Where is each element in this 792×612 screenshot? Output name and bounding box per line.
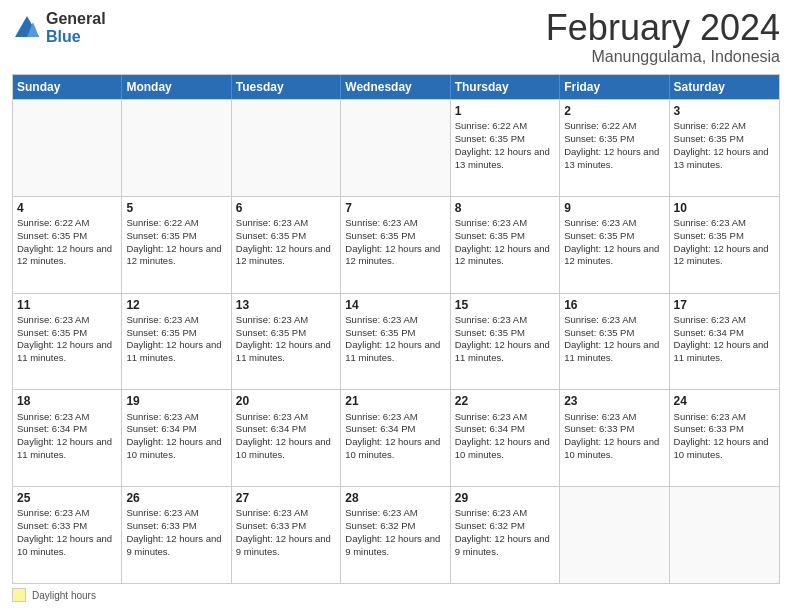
legend: Daylight hours [12,588,780,602]
sunset-time: Sunset: 6:35 PM [455,133,525,144]
title-block: February 2024 Manunggulama, Indonesia [546,10,780,66]
sunrise-time: Sunrise: 6:23 AM [236,507,308,518]
daylight-hours: Daylight: 12 hours and 9 minutes. [345,533,440,557]
calendar-cell-18: 18Sunrise: 6:23 AMSunset: 6:34 PMDayligh… [13,390,122,486]
logo-blue-label: Blue [46,28,106,46]
calendar-cell-8: 8Sunrise: 6:23 AMSunset: 6:35 PMDaylight… [451,197,560,293]
sunset-time: Sunset: 6:33 PM [564,423,634,434]
calendar-cell-25: 25Sunrise: 6:23 AMSunset: 6:33 PMDayligh… [13,487,122,583]
calendar-cell-24: 24Sunrise: 6:23 AMSunset: 6:33 PMDayligh… [670,390,779,486]
sunrise-time: Sunrise: 6:23 AM [674,217,746,228]
calendar-cell-7: 7Sunrise: 6:23 AMSunset: 6:35 PMDaylight… [341,197,450,293]
daylight-hours: Daylight: 12 hours and 10 minutes. [674,436,769,460]
calendar-header: SundayMondayTuesdayWednesdayThursdayFrid… [13,75,779,99]
calendar-cell-2: 2Sunrise: 6:22 AMSunset: 6:35 PMDaylight… [560,100,669,196]
day-number: 24 [674,393,775,409]
sunrise-time: Sunrise: 6:23 AM [236,314,308,325]
calendar-cell-empty-0-1 [122,100,231,196]
daylight-hours: Daylight: 12 hours and 13 minutes. [564,146,659,170]
sunrise-time: Sunrise: 6:23 AM [674,411,746,422]
sunrise-time: Sunrise: 6:23 AM [126,411,198,422]
daylight-hours: Daylight: 12 hours and 13 minutes. [674,146,769,170]
daylight-hours: Daylight: 12 hours and 9 minutes. [126,533,221,557]
sunrise-time: Sunrise: 6:22 AM [126,217,198,228]
daylight-hours: Daylight: 12 hours and 10 minutes. [236,436,331,460]
calendar-cell-13: 13Sunrise: 6:23 AMSunset: 6:35 PMDayligh… [232,294,341,390]
day-number: 1 [455,103,555,119]
day-number: 15 [455,297,555,313]
sunrise-time: Sunrise: 6:23 AM [345,507,417,518]
sunrise-time: Sunrise: 6:22 AM [674,120,746,131]
sunset-time: Sunset: 6:35 PM [455,327,525,338]
sunset-time: Sunset: 6:35 PM [674,133,744,144]
day-number: 29 [455,490,555,506]
sunset-time: Sunset: 6:35 PM [674,230,744,241]
daylight-hours: Daylight: 12 hours and 11 minutes. [674,339,769,363]
logo-general-label: General [46,10,106,28]
sunset-time: Sunset: 6:34 PM [17,423,87,434]
day-number: 22 [455,393,555,409]
day-number: 6 [236,200,336,216]
day-number: 21 [345,393,445,409]
calendar-cell-empty-4-6 [670,487,779,583]
page-container: General Blue February 2024 Manunggulama,… [0,0,792,612]
daylight-hours: Daylight: 12 hours and 12 minutes. [564,243,659,267]
day-number: 4 [17,200,117,216]
weekday-header-saturday: Saturday [670,75,779,99]
calendar-cell-15: 15Sunrise: 6:23 AMSunset: 6:35 PMDayligh… [451,294,560,390]
sunset-time: Sunset: 6:34 PM [236,423,306,434]
day-number: 18 [17,393,117,409]
sunrise-time: Sunrise: 6:23 AM [126,314,198,325]
daylight-hours: Daylight: 12 hours and 10 minutes. [455,436,550,460]
day-number: 26 [126,490,226,506]
calendar-week-1: 1Sunrise: 6:22 AMSunset: 6:35 PMDaylight… [13,99,779,196]
day-number: 12 [126,297,226,313]
calendar-week-5: 25Sunrise: 6:23 AMSunset: 6:33 PMDayligh… [13,486,779,583]
sunrise-time: Sunrise: 6:23 AM [17,314,89,325]
weekday-header-thursday: Thursday [451,75,560,99]
sunset-time: Sunset: 6:32 PM [345,520,415,531]
day-number: 19 [126,393,226,409]
sunset-time: Sunset: 6:33 PM [17,520,87,531]
day-number: 11 [17,297,117,313]
calendar-cell-empty-0-3 [341,100,450,196]
sunrise-time: Sunrise: 6:23 AM [345,314,417,325]
daylight-hours: Daylight: 12 hours and 12 minutes. [126,243,221,267]
sunrise-time: Sunrise: 6:23 AM [17,411,89,422]
sunrise-time: Sunrise: 6:23 AM [345,217,417,228]
calendar-week-2: 4Sunrise: 6:22 AMSunset: 6:35 PMDaylight… [13,196,779,293]
calendar-cell-1: 1Sunrise: 6:22 AMSunset: 6:35 PMDaylight… [451,100,560,196]
daylight-hours: Daylight: 12 hours and 11 minutes. [345,339,440,363]
day-number: 17 [674,297,775,313]
day-number: 28 [345,490,445,506]
sunset-time: Sunset: 6:35 PM [17,327,87,338]
calendar-cell-17: 17Sunrise: 6:23 AMSunset: 6:34 PMDayligh… [670,294,779,390]
daylight-hours: Daylight: 12 hours and 10 minutes. [126,436,221,460]
logo: General Blue [12,10,106,45]
calendar-cell-26: 26Sunrise: 6:23 AMSunset: 6:33 PMDayligh… [122,487,231,583]
daylight-hours: Daylight: 12 hours and 11 minutes. [236,339,331,363]
calendar-cell-empty-4-5 [560,487,669,583]
sunset-time: Sunset: 6:35 PM [345,327,415,338]
calendar-cell-16: 16Sunrise: 6:23 AMSunset: 6:35 PMDayligh… [560,294,669,390]
title-location: Manunggulama, Indonesia [546,48,780,66]
calendar-cell-empty-0-0 [13,100,122,196]
calendar-cell-11: 11Sunrise: 6:23 AMSunset: 6:35 PMDayligh… [13,294,122,390]
daylight-hours: Daylight: 12 hours and 11 minutes. [126,339,221,363]
daylight-hours: Daylight: 12 hours and 9 minutes. [236,533,331,557]
daylight-hours: Daylight: 12 hours and 12 minutes. [345,243,440,267]
day-number: 20 [236,393,336,409]
sunset-time: Sunset: 6:35 PM [345,230,415,241]
calendar-cell-22: 22Sunrise: 6:23 AMSunset: 6:34 PMDayligh… [451,390,560,486]
calendar-cell-5: 5Sunrise: 6:22 AMSunset: 6:35 PMDaylight… [122,197,231,293]
sunset-time: Sunset: 6:35 PM [564,230,634,241]
day-number: 14 [345,297,445,313]
sunset-time: Sunset: 6:34 PM [674,327,744,338]
daylight-hours: Daylight: 12 hours and 12 minutes. [674,243,769,267]
calendar-body: 1Sunrise: 6:22 AMSunset: 6:35 PMDaylight… [13,99,779,583]
daylight-hours: Daylight: 12 hours and 12 minutes. [17,243,112,267]
calendar-cell-6: 6Sunrise: 6:23 AMSunset: 6:35 PMDaylight… [232,197,341,293]
sunset-time: Sunset: 6:34 PM [126,423,196,434]
sunset-time: Sunset: 6:35 PM [455,230,525,241]
calendar-cell-23: 23Sunrise: 6:23 AMSunset: 6:33 PMDayligh… [560,390,669,486]
